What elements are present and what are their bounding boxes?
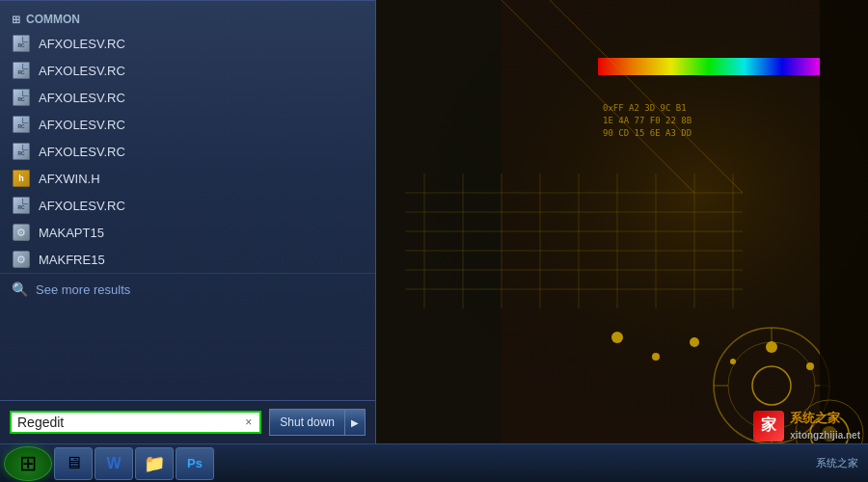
item-label: MAKAPT15	[39, 226, 104, 240]
search-results-list: ⊞ COMMON RC AFXOLESV.RC RC AFXOLESV.RC R…	[0, 1, 375, 400]
svg-point-19	[611, 332, 623, 343]
svg-point-20	[652, 353, 660, 361]
svg-rect-18	[598, 58, 820, 75]
word-icon: W	[106, 455, 121, 472]
svg-text:0xFF A2 3D 9C B1: 0xFF A2 3D 9C B1	[603, 103, 687, 113]
explorer-icon: 🖥	[65, 453, 82, 473]
search-bar: × Shut down ▶	[0, 400, 375, 443]
system-tray: 系统之家	[816, 456, 864, 470]
see-more-results[interactable]: 🔍 See more results	[0, 273, 375, 305]
list-item[interactable]: RC AFXOLESV.RC	[0, 57, 375, 84]
file-icon: RC	[12, 34, 31, 53]
watermark-text: 系统之家xitongzhijia.net	[790, 410, 860, 442]
taskbar-item-word[interactable]: W	[95, 447, 133, 480]
file-icon: h	[12, 169, 31, 188]
svg-text:90 CD 15 6E A3 DD: 90 CD 15 6E A3 DD	[603, 128, 692, 138]
section-label: COMMON	[26, 13, 80, 26]
shutdown-button-group: Shut down ▶	[269, 409, 366, 436]
file-icon: RC	[12, 88, 31, 107]
list-item[interactable]: ⚙ MAKAPT15	[0, 219, 375, 246]
search-icon: 🔍	[12, 281, 28, 297]
list-item[interactable]: RC AFXOLESV.RC	[0, 111, 375, 138]
svg-text:1E 4A 77 F0 22 8B: 1E 4A 77 F0 22 8B	[603, 116, 692, 125]
item-label: AFXOLESV.RC	[39, 118, 125, 132]
list-item[interactable]: RC AFXOLESV.RC	[0, 192, 375, 219]
file-icon: RC	[12, 61, 31, 80]
item-label: MAKFRE15	[39, 253, 105, 267]
watermark-icon: 家	[753, 411, 784, 442]
list-item[interactable]: RC AFXOLESV.RC	[0, 30, 375, 57]
taskbar-item-folder[interactable]: 📁	[135, 447, 174, 480]
svg-point-21	[690, 337, 699, 347]
clear-search-button[interactable]: ×	[243, 415, 254, 429]
taskbar: ⊞ 🖥 W 📁 Ps 系统之家	[0, 443, 868, 482]
item-label: AFXOLESV.RC	[39, 145, 125, 159]
photoshop-icon: Ps	[187, 456, 203, 470]
start-button[interactable]: ⊞	[4, 446, 52, 481]
folder-icon: 📁	[144, 453, 165, 474]
section-header: ⊞ COMMON	[0, 9, 375, 30]
item-label: AFXOLESV.RC	[39, 199, 125, 213]
taskbar-item-photoshop[interactable]: Ps	[176, 447, 214, 480]
svg-point-22	[730, 359, 736, 364]
svg-point-23	[766, 341, 777, 353]
item-label: AFXOLESV.RC	[39, 91, 125, 105]
file-icon: RC	[12, 115, 31, 134]
shutdown-arrow-button[interactable]: ▶	[344, 409, 366, 436]
search-input-wrapper[interactable]: ×	[10, 411, 261, 434]
search-input[interactable]	[17, 415, 239, 430]
list-item[interactable]: h AFXWIN.H	[0, 165, 375, 192]
start-menu: ⊞ COMMON RC AFXOLESV.RC RC AFXOLESV.RC R…	[0, 0, 376, 443]
taskbar-item-explorer[interactable]: 🖥	[54, 447, 93, 480]
section-icon: ⊞	[12, 13, 20, 26]
item-label: AFXWIN.H	[39, 172, 100, 186]
item-label: AFXOLESV.RC	[39, 37, 125, 51]
file-icon: RC	[12, 142, 31, 161]
start-orb-icon: ⊞	[19, 451, 37, 476]
watermark: 家 系统之家xitongzhijia.net	[753, 410, 860, 442]
file-icon: ⚙	[12, 223, 31, 242]
file-icon: RC	[12, 196, 31, 215]
list-item[interactable]: ⚙ MAKFRE15	[0, 246, 375, 273]
shutdown-main-button[interactable]: Shut down	[269, 409, 344, 436]
tray-time: 系统之家	[816, 456, 858, 470]
see-more-label: See more results	[36, 282, 130, 297]
item-label: AFXOLESV.RC	[39, 64, 125, 78]
file-icon: ⚙	[12, 250, 31, 269]
list-item[interactable]: RC AFXOLESV.RC	[0, 84, 375, 111]
list-item[interactable]: RC AFXOLESV.RC	[0, 138, 375, 165]
